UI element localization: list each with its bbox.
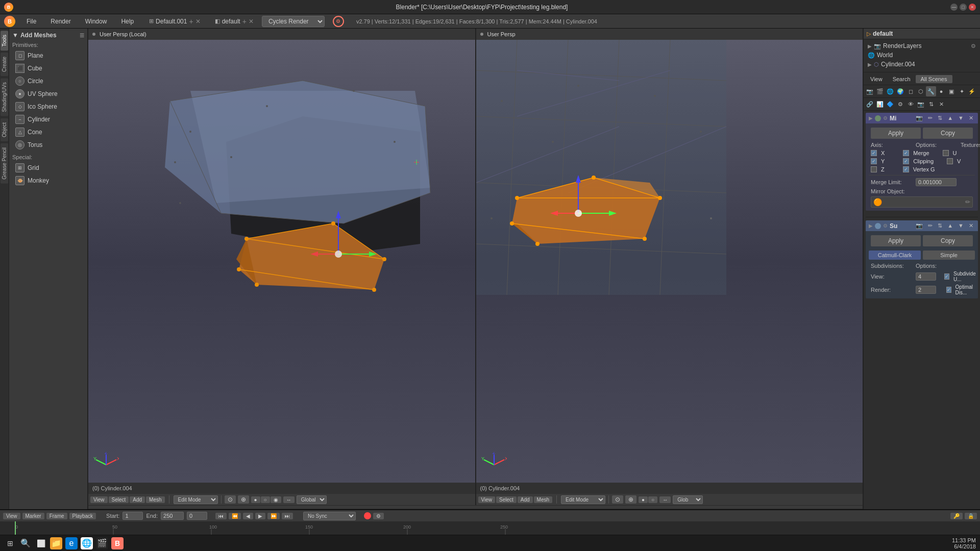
view-btn[interactable]: View [865,75,888,83]
tl-view-btn[interactable]: View [3,513,20,519]
mirror-close[interactable]: ✕ [967,114,975,122]
tl-skip-start[interactable]: ⏮ [215,513,227,519]
prop-icon-arrows[interactable]: ⇅ [926,99,936,109]
viewport-left-scene[interactable]: X Y Z [88,40,475,483]
mirror-z-checkbox[interactable] [871,166,877,172]
tl-prev-key[interactable]: ⏪ [229,513,241,519]
side-tab-shading[interactable]: Shading/UVs [1,78,8,116]
search-btn[interactable]: Search [888,75,916,83]
subdiv-close[interactable]: ✕ [967,222,975,230]
tl-sync-mode[interactable]: No Sync Frame Dropping Sync to Audio [303,512,356,520]
prop-icon-texture[interactable]: ▣ [946,86,957,96]
side-tab-object[interactable]: Object [1,118,8,141]
menu-file[interactable]: File [23,17,39,26]
close-button[interactable]: ✕ [969,4,976,11]
mirror-x-checkbox[interactable]: ✓ [871,150,877,156]
tl-play-back[interactable]: ◀ [243,513,253,519]
vt-wire-right[interactable]: ○ [648,496,657,503]
subdiv-expand-icon[interactable]: ⇅ [936,222,944,230]
prop-icon-scene[interactable]: 🌐 [885,86,895,96]
taskbar-explorer-icon[interactable]: 📁 [50,537,62,549]
viewport-left[interactable]: User Persp (Local) [88,29,476,505]
viewport-right[interactable]: User Persp [476,29,863,505]
vt-wire-left[interactable]: ○ [261,496,270,503]
mesh-cone[interactable]: △ Cone [12,126,84,138]
mirror-u-checkbox[interactable] [943,150,949,156]
vt-view-right[interactable]: View [478,496,496,503]
mirror-object-picker[interactable]: ✏ [965,198,970,206]
mirror-copy-button[interactable]: Copy [923,128,973,139]
tl-record-btn[interactable] [364,512,371,519]
menu-render[interactable]: Render [47,17,74,26]
tl-next-key[interactable]: ⏩ [267,513,280,519]
mirror-move-down[interactable]: ▼ [957,114,965,122]
mirror-v-checkbox[interactable] [947,158,953,164]
prop-icon-world[interactable]: 🌍 [895,86,905,96]
maximize-button[interactable]: □ [960,4,967,11]
panel-options[interactable]: ☰ [80,33,84,38]
tl-options-btn[interactable]: ⚙ [373,513,384,519]
vt-render-left[interactable]: ◉ [271,496,281,503]
minimize-button[interactable]: — [950,4,958,11]
vt-add-left[interactable]: Add [130,496,145,503]
mirror-render-icon[interactable]: 📷 [914,114,924,122]
prop-icon-vis1[interactable]: 👁 [905,99,916,109]
tl-start-input[interactable] [122,512,143,520]
prop-icon-material[interactable]: ● [936,86,946,96]
mirror-y-checkbox[interactable]: ✓ [871,158,877,164]
prop-icon-camera[interactable]: 📷 [865,86,875,96]
vt-transform-left[interactable]: ↔ [283,496,295,503]
taskbar-search-icon[interactable]: 🔍 [19,537,32,549]
subdiv-apply-button[interactable]: Apply [871,235,921,246]
menu-help[interactable]: Help [118,17,137,26]
render-value-input[interactable] [916,286,936,294]
mirror-clipping-checkbox[interactable]: ✓ [903,158,909,164]
global-right[interactable]: Glob Global [673,495,703,504]
prop-icon-obj-data[interactable]: 🔷 [885,99,895,109]
viewport-right-scene[interactable]: X Y Z [476,40,863,483]
render-engine-select[interactable]: Cycles Render Blender Render Blender Gam… [262,16,325,27]
mesh-icosphere[interactable]: ◇ Ico Sphere [12,101,84,113]
prop-icon-data[interactable]: 📊 [875,99,885,109]
workspace-x[interactable]: ✕ [195,18,201,25]
subdiv-move-down[interactable]: ▼ [957,222,965,230]
taskbar-taskview-icon[interactable]: ⬜ [35,537,47,549]
vt-mesh-right[interactable]: Mesh [534,496,552,503]
vt-pivot-right[interactable]: ⊙ [612,495,623,504]
catmull-clark-button[interactable]: Catmull-Clark [869,251,921,260]
prop-icon-close1[interactable]: ✕ [936,99,946,109]
vt-mesh-left[interactable]: Mesh [146,496,164,503]
subdiv-edit-icon[interactable]: ✏ [926,222,934,230]
subdivide-u-checkbox[interactable]: ✓ [944,273,949,280]
tl-frame-input[interactable] [187,512,207,520]
tl-keying-btn[interactable]: 🔑 [950,513,963,519]
simple-button[interactable]: Simple [923,251,975,260]
vt-solid-right[interactable]: ● [639,496,648,503]
viewport-scrollbar[interactable] [88,505,863,509]
vt-select-left[interactable]: Select [109,496,129,503]
view-value-input[interactable] [916,272,936,281]
mesh-circle[interactable]: ○ Circle [12,75,84,87]
prop-icon-modifier[interactable]: 🔧 [926,86,936,96]
mirror-expand-icon[interactable]: ⇅ [936,114,944,122]
mesh-grid[interactable]: ⊞ Grid [12,162,84,174]
vt-view-left[interactable]: View [90,496,108,503]
taskbar-chrome-icon[interactable]: 🌐 [81,537,93,549]
taskbar-edge-icon[interactable]: e [65,537,78,549]
timeline-body[interactable]: 0 50 100 150 200 250 [0,521,980,535]
vt-select-right[interactable]: Select [496,496,517,503]
mesh-uvsphere[interactable]: ● UV Sphere [12,88,84,100]
prop-icon-physics[interactable]: ⚡ [967,86,977,96]
edit-mode-left[interactable]: Edit Mode Object Mode [174,495,218,504]
mirror-vertexg-checkbox[interactable]: ✓ [903,166,909,172]
vt-solid-left[interactable]: ● [251,496,260,503]
all-scenes-btn[interactable]: All Scenes [916,75,952,83]
prop-icon-render[interactable]: 🎬 [875,86,885,96]
prop-icon-object[interactable]: ◻ [905,86,916,96]
menu-window[interactable]: Window [82,17,110,26]
edit-mode-right[interactable]: Edit Mode Object Mode [561,495,605,504]
prop-icon-particle[interactable]: ✦ [957,86,967,96]
tree-world[interactable]: 🌐 World [866,51,978,60]
mirror-apply-button[interactable]: Apply [871,128,921,139]
vt-transform-right[interactable]: ↔ [659,496,671,503]
